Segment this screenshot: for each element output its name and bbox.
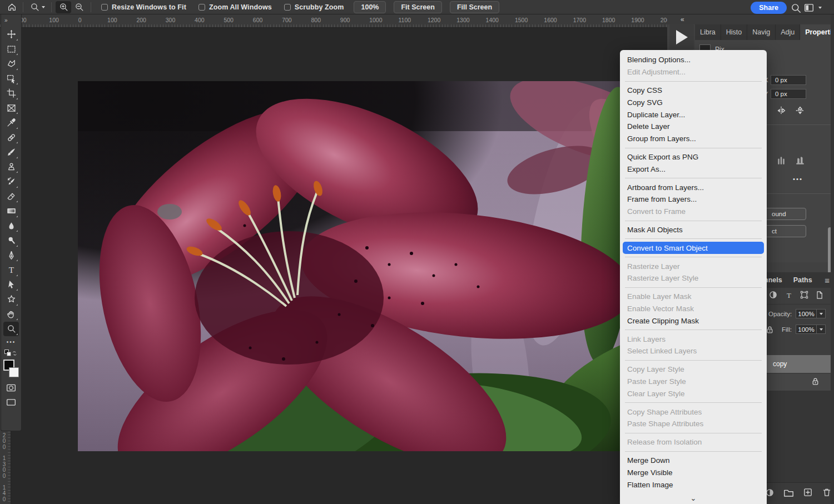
tab-libraries[interactable]: Libra [695, 24, 721, 40]
menu-scroll-more[interactable]: ⌄ [620, 492, 767, 504]
clone-stamp-tool[interactable] [3, 159, 19, 174]
healing-brush-tool[interactable] [3, 130, 19, 144]
menu-item-copy-svg[interactable]: Copy SVG [620, 96, 767, 108]
menu-item-create-clipping-mask[interactable]: Create Clipping Mask [620, 315, 767, 327]
zoom-out-button[interactable] [71, 1, 87, 13]
menu-item-select-linked-layers[interactable]: Select Linked Layers [620, 345, 767, 357]
default-colors-control[interactable] [4, 348, 18, 357]
crop-tool[interactable] [3, 86, 19, 101]
screen-mode-button[interactable] [4, 396, 18, 408]
menu-item-copy-layer-style[interactable]: Copy Layer Style [620, 363, 767, 376]
menu-item-export-as[interactable]: Export As... [620, 163, 767, 175]
menu-item-enable-layer-mask[interactable]: Enable Layer Mask [620, 291, 767, 303]
menu-item-release-from-isolation[interactable]: Release from Isolation [620, 436, 767, 448]
filter-shape-icon[interactable] [800, 291, 808, 301]
tab-navigator[interactable]: Navig [747, 24, 776, 40]
resize-windows-checkbox[interactable]: Resize Windows to Fit [101, 3, 186, 11]
current-tool-zoom-icon[interactable] [27, 1, 42, 13]
hand-tool[interactable] [3, 307, 19, 321]
menu-item-frame-from-layers[interactable]: Frame from Layers... [620, 193, 767, 206]
background-color-swatch[interactable] [9, 367, 19, 377]
chevron-down-icon[interactable] [817, 325, 826, 334]
x-field[interactable]: 0 px [771, 75, 806, 85]
eraser-tool[interactable] [3, 189, 19, 203]
filter-smart-object-icon[interactable] [815, 291, 824, 302]
quick-mask-button[interactable] [4, 382, 18, 394]
menu-item-enable-vector-mask[interactable]: Enable Vector Mask [620, 303, 767, 315]
share-button[interactable]: Share [751, 2, 787, 14]
zoom-level-button[interactable]: 100% [354, 1, 386, 13]
menu-item-group-from-layers[interactable]: Group from Layers... [620, 133, 767, 145]
frame-tool[interactable] [3, 101, 19, 115]
new-group-icon[interactable] [783, 487, 794, 500]
collapsed-panel-button[interactable] [669, 24, 694, 50]
menu-item-merge-down[interactable]: Merge Down [620, 455, 767, 467]
color-swatches[interactable] [3, 360, 19, 377]
panel-menu-icon[interactable]: ≡ [825, 276, 830, 285]
menu-item-copy-css[interactable]: Copy CSS [620, 84, 767, 97]
workspace-switcher[interactable] [802, 2, 822, 14]
opacity-value[interactable]: 100% [796, 309, 817, 318]
marquee-tool[interactable] [3, 42, 19, 56]
home-icon[interactable] [4, 1, 19, 13]
gradient-tool[interactable] [3, 204, 19, 218]
menu-item-convert-to-smart-object[interactable]: Convert to Smart Object [623, 242, 764, 254]
menu-item-clear-layer-style[interactable]: Clear Layer Style [620, 387, 767, 400]
menu-item-quick-export-as-png[interactable]: Quick Export as PNG [620, 151, 767, 163]
menu-item-paste-shape-attributes[interactable]: Paste Shape Attributes [620, 418, 767, 430]
chevron-down-icon[interactable] [42, 6, 45, 8]
brush-tool[interactable] [3, 145, 19, 159]
tab-properties[interactable]: Properties [800, 24, 834, 40]
search-icon[interactable] [788, 2, 803, 14]
tab-paths[interactable]: Paths [788, 272, 818, 288]
move-tool[interactable] [3, 27, 19, 42]
y-field[interactable]: 0 px [771, 89, 806, 99]
menu-item-mask-all-objects[interactable]: Mask All Objects [620, 224, 767, 236]
edit-toolbar-dots[interactable]: ••• [7, 339, 16, 345]
menu-item-delete-layer[interactable]: Delete Layer [620, 121, 767, 133]
menu-item-copy-shape-attributes[interactable]: Copy Shape Attributes [620, 406, 767, 418]
zoom-all-windows-checkbox[interactable]: Zoom All Windows [198, 3, 272, 11]
path-selection-tool[interactable] [3, 277, 19, 292]
swap-colors-icon[interactable] [12, 349, 19, 359]
menu-item-flatten-image[interactable]: Flatten Image [620, 478, 767, 491]
more-options-dots[interactable]: ••• [793, 176, 803, 182]
pen-tool[interactable] [3, 248, 19, 262]
checkbox-icon[interactable] [284, 4, 291, 11]
toolbox-expand-icon[interactable]: » [1, 14, 21, 27]
menu-item-blending-options[interactable]: Blending Options... [620, 54, 767, 66]
chevron-down-icon[interactable] [817, 309, 826, 318]
blur-tool[interactable] [3, 218, 19, 233]
fill-screen-button[interactable]: Fill Screen [450, 1, 499, 13]
zoom-in-button[interactable] [56, 1, 71, 13]
zoom-tool[interactable] [3, 322, 19, 336]
dodge-tool[interactable] [3, 233, 19, 248]
checkbox-icon[interactable] [101, 4, 108, 11]
collapse-panels-icon[interactable]: « [681, 16, 684, 23]
checkbox-icon[interactable] [198, 4, 205, 11]
object-selection-tool[interactable] [3, 71, 19, 86]
tab-adjustments[interactable]: Adju [776, 24, 800, 40]
menu-item-rasterize-layer[interactable]: Rasterize Layer [620, 260, 767, 272]
scrubby-zoom-checkbox[interactable]: Scrubby Zoom [284, 3, 344, 11]
menu-item-paste-layer-style[interactable]: Paste Layer Style [620, 376, 767, 388]
menu-item-artboard-from-layers[interactable]: Artboard from Layers... [620, 181, 767, 193]
menu-item-edit-adjustment[interactable]: Edit Adjustment... [620, 66, 767, 78]
tab-histogram[interactable]: Histo [721, 24, 747, 40]
custom-shape-tool[interactable] [3, 292, 19, 307]
menu-item-link-layers[interactable]: Link Layers [620, 333, 767, 345]
lasso-tool[interactable] [3, 57, 19, 71]
flip-horizontal-icon[interactable] [776, 106, 786, 118]
eyedropper-tool[interactable] [3, 116, 19, 130]
filter-type-icon[interactable]: T [785, 291, 793, 302]
align-icon[interactable] [776, 156, 786, 168]
new-layer-icon[interactable] [803, 487, 813, 500]
menu-item-merge-visible[interactable]: Merge Visible [620, 466, 767, 478]
type-tool[interactable]: T [3, 263, 19, 277]
fill-value[interactable]: 100% [796, 325, 817, 334]
menu-item-convert-to-frame[interactable]: Convert to Frame [620, 206, 767, 218]
fit-screen-button[interactable]: Fit Screen [394, 1, 441, 13]
history-brush-tool[interactable] [3, 174, 19, 189]
menu-item-duplicate-layer[interactable]: Duplicate Layer... [620, 108, 767, 121]
align-icon[interactable] [795, 156, 805, 168]
